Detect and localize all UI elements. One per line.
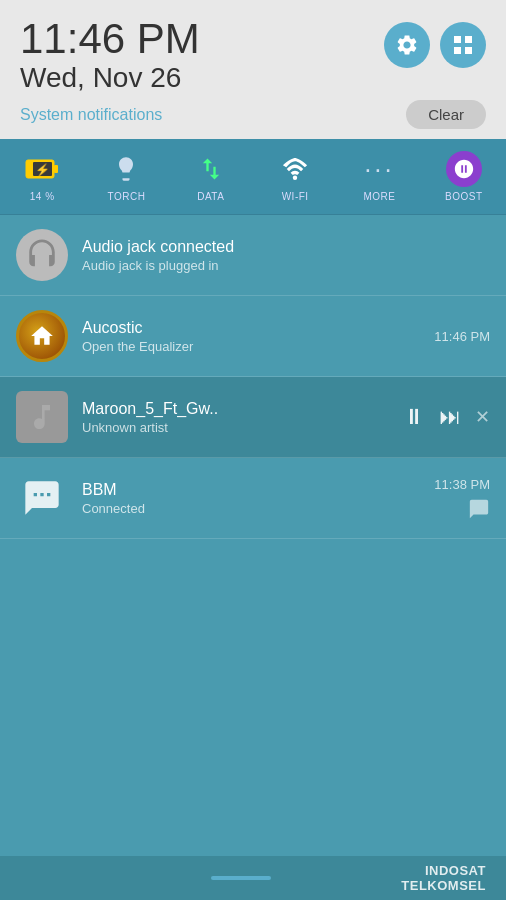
data-icon-wrap	[193, 151, 229, 187]
wifi-label: WI-FI	[282, 191, 309, 202]
carrier-text: INDOSAT TELKOMSEL	[401, 863, 486, 893]
music-subtitle: Unknown artist	[82, 420, 403, 435]
album-art-icon	[16, 391, 68, 443]
aucostic-icon	[16, 310, 68, 362]
svg-rect-1	[28, 162, 33, 176]
more-dots-icon: ···	[364, 156, 395, 182]
music-title: Maroon_5_Ft_Gw..	[82, 400, 403, 418]
headphone-svg	[25, 238, 59, 272]
torch-icon	[112, 155, 140, 183]
home-indicator[interactable]	[211, 876, 271, 880]
grid-button[interactable]	[440, 22, 486, 68]
bbm-content: BBM Connected	[82, 481, 426, 516]
qs-more[interactable]: ··· MORE	[337, 147, 421, 206]
clear-button[interactable]: Clear	[406, 100, 486, 129]
headphone-icon	[16, 229, 68, 281]
audio-jack-subtitle: Audio jack is plugged in	[82, 258, 490, 273]
bbm-right: 11:38 PM	[426, 477, 490, 520]
aucostic-content: Aucostic Open the Equalizer	[82, 319, 426, 354]
music-controls: ⏸ ⏭ ✕	[403, 404, 490, 430]
notification-audio-jack[interactable]: Audio jack connected Audio jack is plugg…	[0, 215, 506, 296]
qs-torch[interactable]: TORCH	[84, 147, 168, 206]
battery-label: 14 %	[30, 191, 55, 202]
bbm-title: BBM	[82, 481, 426, 499]
bbm-subtitle: Connected	[82, 501, 426, 516]
battery-icon-wrap: ⚡	[24, 151, 60, 187]
aucostic-icon-wrap	[16, 310, 68, 362]
boost-icon-wrap	[446, 151, 482, 187]
equalizer-icon	[29, 323, 55, 349]
audio-jack-content: Audio jack connected Audio jack is plugg…	[82, 238, 490, 273]
wifi-icon	[281, 158, 309, 180]
system-notif-row: System notifications Clear	[20, 100, 486, 129]
gear-icon	[395, 33, 419, 57]
status-bar: 11:46 PM Wed, Nov 26 System notification…	[0, 0, 506, 139]
more-label: MORE	[363, 191, 395, 202]
battery-icon: ⚡	[25, 159, 59, 179]
audio-jack-icon-wrap	[16, 229, 68, 281]
notification-aucostic[interactable]: Aucostic Open the Equalizer 11:46 PM	[0, 296, 506, 377]
notification-music[interactable]: Maroon_5_Ft_Gw.. Unknown artist ⏸ ⏭ ✕	[0, 377, 506, 458]
boost-label: BOOST	[445, 191, 483, 202]
data-arrows-icon	[197, 155, 225, 183]
qs-data[interactable]: DATA	[169, 147, 253, 206]
boost-butterfly-icon	[453, 158, 475, 180]
aucostic-title: Aucostic	[82, 319, 426, 337]
boost-circle-icon	[446, 151, 482, 187]
wifi-icon-wrap	[277, 151, 313, 187]
skip-button[interactable]: ⏭	[439, 404, 461, 430]
music-note-icon	[26, 401, 58, 433]
bbm-icon	[21, 477, 63, 519]
bbm-svg-icon	[22, 478, 62, 518]
empty-notification-area	[0, 539, 506, 739]
torch-label: TORCH	[108, 191, 146, 202]
torch-icon-wrap	[108, 151, 144, 187]
quick-settings-bar: ⚡ 14 % TORCH DATA	[0, 139, 506, 215]
audio-jack-title: Audio jack connected	[82, 238, 490, 256]
date-display: Wed, Nov 26	[20, 62, 200, 94]
more-icon-wrap: ···	[361, 151, 397, 187]
svg-point-5	[293, 176, 297, 180]
system-notif-label: System notifications	[20, 106, 162, 124]
bbm-status-icon	[468, 498, 490, 520]
bbm-icon-wrap	[16, 472, 68, 524]
time-date-block: 11:46 PM Wed, Nov 26	[20, 18, 200, 94]
data-label: DATA	[197, 191, 224, 202]
time-display: 11:46 PM	[20, 18, 200, 60]
svg-text:⚡: ⚡	[35, 162, 50, 177]
notifications-list: Audio jack connected Audio jack is plugg…	[0, 215, 506, 539]
notification-bbm[interactable]: BBM Connected 11:38 PM	[0, 458, 506, 539]
bbm-time: 11:38 PM	[434, 477, 490, 492]
qs-battery[interactable]: ⚡ 14 %	[0, 147, 84, 206]
qs-boost[interactable]: BOOST	[422, 147, 506, 206]
settings-button[interactable]	[384, 22, 430, 68]
qs-wifi[interactable]: WI-FI	[253, 147, 337, 206]
grid-icon	[451, 33, 475, 57]
time-row: 11:46 PM Wed, Nov 26	[20, 18, 486, 94]
aucostic-subtitle: Open the Equalizer	[82, 339, 426, 354]
aucostic-time: 11:46 PM	[434, 329, 490, 344]
top-icons	[384, 18, 486, 68]
bottom-bar: INDOSAT TELKOMSEL	[0, 856, 506, 900]
pause-button[interactable]: ⏸	[403, 404, 425, 430]
album-art-wrap	[16, 391, 68, 443]
close-music-button[interactable]: ✕	[475, 406, 490, 428]
svg-rect-3	[54, 165, 58, 173]
music-content: Maroon_5_Ft_Gw.. Unknown artist	[82, 400, 403, 435]
